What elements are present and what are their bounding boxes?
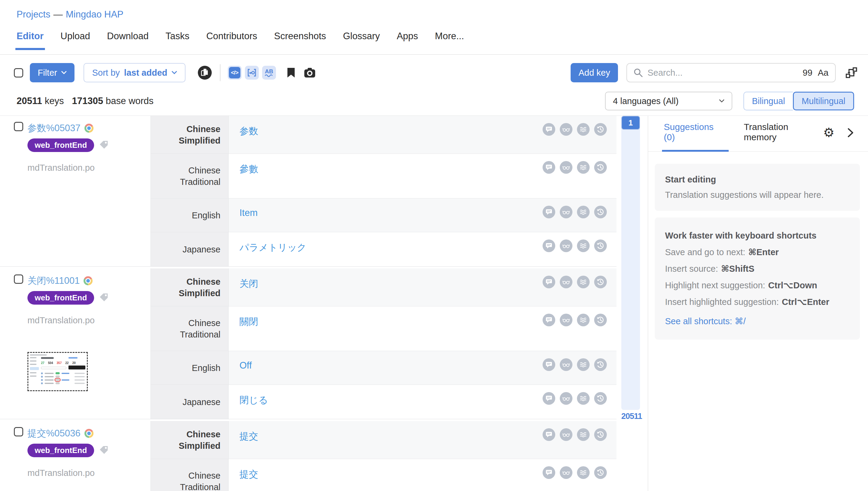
tab-suggestions[interactable]: Suggestions (0) (664, 122, 727, 151)
history-icon[interactable] (594, 161, 607, 174)
comment-icon[interactable] (543, 276, 555, 288)
history-icon[interactable] (594, 466, 607, 479)
history-icon[interactable] (594, 206, 607, 219)
translation-text[interactable]: 關閉 (239, 316, 258, 327)
fuzzy-waves-icon[interactable] (577, 276, 589, 288)
fuzzy-waves-icon[interactable] (577, 358, 589, 371)
fuzzy-waves-icon[interactable] (577, 206, 589, 219)
tab-screenshots[interactable]: Screenshots (274, 31, 326, 50)
proofread-glasses-icon[interactable] (560, 161, 573, 174)
fuzzy-waves-icon[interactable] (577, 428, 589, 441)
comment-icon[interactable] (543, 314, 555, 326)
comment-icon[interactable] (543, 123, 555, 136)
key-name-link[interactable]: 关闭%11001 (27, 275, 80, 287)
proofread-glasses-icon[interactable] (560, 358, 573, 371)
fuzzy-waves-icon[interactable] (577, 314, 589, 326)
sort-button[interactable]: Sort by last added (84, 63, 185, 82)
history-icon[interactable] (594, 239, 607, 252)
duplicate-pages-icon[interactable] (198, 65, 212, 80)
key-checkbox[interactable] (14, 122, 23, 131)
proofread-glasses-icon[interactable] (560, 466, 573, 479)
current-page-indicator[interactable]: 1 (621, 116, 640, 130)
history-icon[interactable] (594, 358, 607, 371)
proofread-glasses-icon[interactable] (560, 392, 573, 405)
case-sensitivity-toggle[interactable]: Aa (818, 68, 829, 78)
bookmark-icon[interactable] (287, 67, 295, 78)
toolbar-right: Add key 99 Aa (571, 63, 858, 82)
tag-icon[interactable] (98, 140, 109, 151)
comment-icon[interactable] (543, 358, 555, 371)
see-all-shortcuts-link[interactable]: See all shortcuts: ⌘/ (665, 316, 849, 326)
fuzzy-waves-icon[interactable] (577, 161, 589, 174)
key-name-link[interactable]: 参数%05037 (27, 122, 81, 135)
key-name-link[interactable]: 提交%05036 (27, 427, 81, 440)
swap-icon[interactable] (845, 66, 858, 79)
code-tags-toggle-icon[interactable]: </> (228, 66, 241, 80)
tab-translation-memory[interactable]: Translation memory (744, 122, 823, 151)
tag-icon[interactable] (98, 445, 109, 456)
history-icon[interactable] (594, 276, 607, 288)
breadcrumb-projects-link[interactable]: Projects (17, 9, 50, 20)
comment-icon[interactable] (543, 466, 555, 479)
gear-icon[interactable]: ⚙ (823, 126, 835, 139)
chevron-right-icon[interactable] (847, 127, 854, 138)
camera-icon[interactable] (304, 67, 316, 78)
tab-editor[interactable]: Editor (17, 31, 44, 50)
fuzzy-waves-icon[interactable] (577, 123, 589, 136)
proofread-glasses-icon[interactable] (560, 428, 573, 441)
spellcheck-ab-toggle-icon[interactable]: AB (262, 66, 276, 80)
key-checkbox[interactable] (14, 427, 23, 436)
tab-apps[interactable]: Apps (397, 31, 418, 50)
breadcrumb-project-link[interactable]: Mingdao HAP (66, 9, 123, 20)
filter-button[interactable]: Filter (30, 63, 75, 82)
translation-text[interactable]: 提交 (239, 431, 258, 441)
proofread-glasses-icon[interactable] (560, 123, 573, 136)
translation-cell[interactable]: 關閉 (229, 307, 616, 351)
multilingual-button[interactable]: Multilingual (793, 92, 854, 110)
comment-icon[interactable] (543, 239, 555, 252)
comment-icon[interactable] (543, 206, 555, 219)
pagination-track[interactable]: 1 (621, 116, 640, 410)
translation-cell[interactable]: 參數 (229, 154, 616, 198)
proofread-glasses-icon[interactable] (560, 276, 573, 288)
tab-more[interactable]: More... (435, 31, 464, 50)
history-icon[interactable] (594, 123, 607, 136)
translation-text[interactable]: 閉じる (239, 395, 268, 405)
proofread-glasses-icon[interactable] (560, 314, 573, 326)
translation-text[interactable]: パラメトリック (239, 242, 307, 253)
translation-text[interactable]: 參數 (239, 164, 258, 174)
tab-glossary[interactable]: Glossary (343, 31, 380, 50)
translation-text[interactable]: 参数 (239, 126, 258, 136)
tag-pill[interactable]: web_frontEnd (27, 291, 94, 305)
comment-icon[interactable] (543, 161, 555, 174)
tab-tasks[interactable]: Tasks (166, 31, 190, 50)
language-filter-select[interactable]: 4 languages (All) (605, 92, 732, 110)
translation-text[interactable]: Off (239, 360, 252, 371)
proofread-glasses-icon[interactable] (560, 206, 573, 219)
select-all-checkbox[interactable] (14, 68, 23, 78)
key-brackets-toggle-icon[interactable] (245, 66, 259, 80)
tab-download[interactable]: Download (107, 31, 149, 50)
fuzzy-waves-icon[interactable] (577, 239, 589, 252)
history-icon[interactable] (594, 428, 607, 441)
translation-text[interactable]: 提交 (239, 469, 258, 480)
comment-icon[interactable] (543, 428, 555, 441)
add-key-button[interactable]: Add key (571, 63, 618, 82)
history-icon[interactable] (594, 314, 607, 326)
translation-text[interactable]: Item (239, 207, 258, 218)
bilingual-button[interactable]: Bilingual (744, 92, 793, 110)
history-icon[interactable] (594, 392, 607, 405)
translation-text[interactable]: 关闭 (239, 278, 258, 289)
screenshot-thumbnail[interactable]: 275043572220 (27, 352, 88, 391)
fuzzy-waves-icon[interactable] (577, 392, 589, 405)
comment-icon[interactable] (543, 392, 555, 405)
fuzzy-waves-icon[interactable] (577, 466, 589, 479)
proofread-glasses-icon[interactable] (560, 239, 573, 252)
tag-icon[interactable] (98, 292, 109, 304)
tab-contributors[interactable]: Contributors (206, 31, 257, 50)
search-input[interactable] (647, 68, 797, 78)
key-checkbox[interactable] (14, 275, 23, 284)
tag-pill[interactable]: web_frontEnd (27, 444, 94, 457)
tag-pill[interactable]: web_frontEnd (27, 139, 94, 152)
tab-upload[interactable]: Upload (61, 31, 90, 50)
